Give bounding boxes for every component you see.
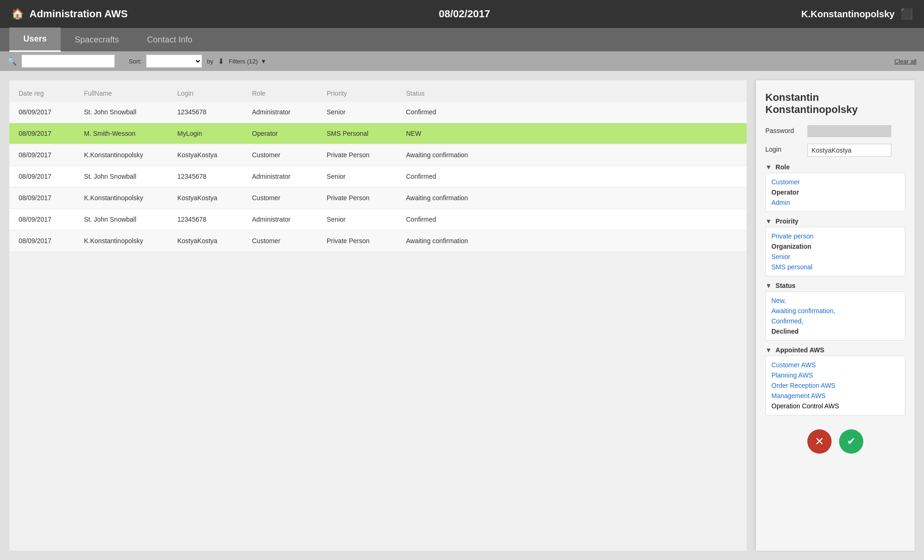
priority-item-senior[interactable]: Senior [771,252,899,262]
priority-dropdown: Private person Organization Senior SMS p… [765,227,905,276]
role-header[interactable]: ▼ Role [765,163,905,171]
appointed-item-planning[interactable]: Planning AWS [771,370,899,380]
cell-role: Administrator [252,108,327,116]
cell-login: 12345678 [177,173,252,180]
table-row[interactable]: 08/09/2017 St. John Snowball 12345678 Ad… [9,209,747,230]
cell-fullname: St. John Snowball [84,108,177,116]
status-item-awaiting[interactable]: Awaiting confirmation, [771,306,899,316]
cell-date: 08/09/2017 [19,173,84,180]
priority-item-organization[interactable]: Organization [771,241,899,252]
tab-users[interactable]: Users [9,28,61,52]
appointed-item-order[interactable]: Order Reception AWS [771,380,899,391]
cell-status: NEW [406,130,509,137]
role-dropdown: Customer Operator Admin [765,173,905,212]
table-header: Date reg FullName Login Role Priority St… [9,85,747,102]
cell-date: 08/09/2017 [19,194,84,202]
confirm-button[interactable]: ✔ [839,429,863,454]
logout-icon[interactable]: ⬛ [900,8,913,20]
cell-status: Confirmed [406,173,509,180]
cell-login: KostyaKostya [177,194,252,202]
status-dropdown: New, Awaiting confirmation, Confirmed, D… [765,291,905,341]
cell-login: 12345678 [177,108,252,116]
cell-fullname: M. Smith-Wesson [84,130,177,137]
cell-role: Customer [252,237,327,245]
cell-login: 12345678 [177,216,252,223]
table-row[interactable]: 08/09/2017 M. Smith-Wesson MyLogin Opera… [9,123,747,144]
status-item-declined[interactable]: Declined [771,326,899,336]
cell-date: 08/09/2017 [19,237,84,245]
cell-status: Confirmed [406,216,509,223]
header-left: 🏠 Administration AWS [11,8,128,20]
col-fullname: FullName [84,90,177,97]
role-item-customer[interactable]: Customer [771,177,899,187]
filter-chevron-icon: ▼ [260,58,266,65]
table-row[interactable]: 08/09/2017 K.Konstantinopolsky KostyaKos… [9,231,747,251]
login-field-row: Login [765,144,905,157]
header-date: 08/02/2017 [439,8,490,20]
cell-date: 08/09/2017 [19,216,84,223]
role-item-admin[interactable]: Admin [771,197,899,208]
cell-status: Awaiting confirmation [406,151,509,159]
cell-fullname: K.Konstantinopolsky [84,194,177,202]
home-icon[interactable]: 🏠 [11,8,24,20]
cell-role: Administrator [252,216,327,223]
status-item-confirmed[interactable]: Confirmed, [771,316,899,326]
status-chevron-icon: ▼ [765,282,772,289]
priority-chevron-icon: ▼ [765,217,772,225]
filters-button[interactable]: Filters (12) ▼ [229,58,266,65]
cell-login: KostyaKostya [177,151,252,159]
priority-item-sms[interactable]: SMS personal [771,262,899,272]
sort-direction-icon[interactable]: ⬇ [218,57,224,66]
appointed-header[interactable]: ▼ Appointed AWS [765,346,905,354]
role-chevron-icon: ▼ [765,163,772,171]
col-date-reg: Date reg [19,90,84,97]
cell-priority: Private Person [327,151,406,159]
priority-label: Proirity [776,217,798,225]
password-label: Password [765,125,807,134]
cell-fullname: St. John Snowball [84,173,177,180]
priority-header[interactable]: ▼ Proirity [765,217,905,225]
table-row[interactable]: 08/09/2017 St. John Snowball 12345678 Ad… [9,166,747,187]
cell-status: Awaiting confirmation [406,194,509,202]
appointed-section: ▼ Appointed AWS Customer AWS Planning AW… [765,346,905,415]
cell-date: 08/09/2017 [19,130,84,137]
header: 🏠 Administration AWS 08/02/2017 K.Konsta… [0,0,924,28]
clear-all-button[interactable]: Clear all [894,58,917,65]
role-item-operator[interactable]: Operator [771,187,899,197]
filters-label: Filters (12) [229,58,258,65]
tab-contact-info[interactable]: Contact Info [133,28,206,51]
table-row[interactable]: 08/09/2017 K.Konstantinopolsky KostyaKos… [9,188,747,208]
table-row[interactable]: 08/09/2017 St. John Snowball 12345678 Ad… [9,102,747,122]
search-input[interactable] [21,55,115,68]
cell-role: Customer [252,194,327,202]
table-row[interactable]: 08/09/2017 K.Konstantinopolsky KostyaKos… [9,145,747,165]
cell-priority: Senior [327,173,406,180]
appointed-chevron-icon: ▼ [765,346,772,354]
cell-fullname: K.Konstantinopolsky [84,237,177,245]
action-buttons: ✕ ✔ [765,429,905,454]
table-body: 08/09/2017 St. John Snowball 12345678 Ad… [9,102,747,251]
status-section: ▼ Status New, Awaiting confirmation, Con… [765,282,905,341]
cell-priority: Private Person [327,194,406,202]
login-input[interactable] [807,144,891,157]
cancel-icon: ✕ [815,435,824,448]
cell-fullname: St. John Snowball [84,216,177,223]
appointed-item-management[interactable]: Management AWS [771,391,899,401]
col-role: Role [252,90,327,97]
appointed-dropdown: Customer AWS Planning AWS Order Receptio… [765,356,905,415]
status-item-new[interactable]: New, [771,295,899,306]
priority-item-private[interactable]: Private person [771,231,899,241]
cell-priority: SMS Personal [327,130,406,137]
password-input[interactable] [807,125,891,137]
appointed-item-operation[interactable]: Operation Control AWS [771,401,899,411]
appointed-item-customer[interactable]: Customer AWS [771,360,899,370]
cancel-button[interactable]: ✕ [807,429,832,454]
sort-select[interactable] [146,55,202,68]
cell-priority: Senior [327,216,406,223]
search-icon: 🔍 [7,57,17,66]
cell-status: Confirmed [406,108,509,116]
cell-role: Customer [252,151,327,159]
tab-spacecrafts[interactable]: Spacecrafts [61,28,133,51]
cell-status: Awaiting confirmation [406,237,509,245]
status-header[interactable]: ▼ Status [765,282,905,289]
